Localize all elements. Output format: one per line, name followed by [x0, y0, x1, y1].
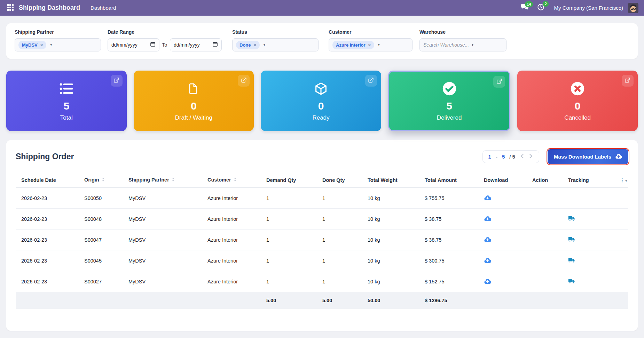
calendar-icon[interactable] [212, 41, 218, 48]
done-qty-cell: 1 [317, 271, 362, 292]
remove-tag-icon[interactable]: × [368, 43, 371, 47]
table-row[interactable]: 2026-02-23 S00045 MyDSV Azure Interior 1… [16, 250, 628, 271]
remove-tag-icon[interactable]: × [40, 43, 43, 47]
total-amount: $ 1286.75 [419, 292, 478, 309]
sort-icon [102, 177, 105, 183]
column-header-origin[interactable]: Origin [79, 172, 123, 188]
external-link-icon [113, 77, 119, 84]
tag-label: Azure Interior [336, 42, 366, 48]
grid-icon [7, 4, 14, 12]
customer-cell: Azure Interior [202, 250, 261, 271]
table-header-row: Schedule DateOriginShipping PartnerCusto… [16, 172, 628, 188]
open-records-button[interactable] [622, 75, 634, 87]
remove-tag-icon[interactable]: × [254, 43, 257, 47]
total-weight-cell: 10 kg [362, 271, 419, 292]
stat-card-ready[interactable]: 0 Ready [261, 71, 381, 131]
total-weight: 50.00 [362, 292, 419, 309]
sort-icon [172, 177, 175, 183]
check-circle-icon [442, 81, 457, 97]
card-label: Total [60, 114, 73, 121]
shipping-partner-cell: MyDSV [123, 230, 202, 250]
table-row[interactable]: 2026-02-23 S00048 MyDSV Azure Interior 1… [16, 209, 628, 230]
column-header-shipping-partner[interactable]: Shipping Partner [123, 172, 202, 188]
section-title: Shipping Order [16, 152, 74, 161]
download-label-icon[interactable] [484, 236, 491, 242]
messages-button[interactable]: 14 [521, 4, 529, 12]
shipping-orders-table: Schedule DateOriginShipping PartnerCusto… [16, 172, 628, 309]
cloud-download-icon [615, 153, 622, 160]
card-label: Delivered [437, 114, 462, 121]
file-icon [188, 81, 199, 97]
warehouse-search-input[interactable]: Search Warehouse... ▾ [419, 38, 506, 51]
calendar-icon[interactable] [150, 41, 156, 48]
schedule-date-cell: 2026-02-23 [16, 209, 79, 230]
card-label: Ready [312, 114, 329, 121]
total-amount-cell: $ 38.75 [419, 230, 478, 250]
pager-dash: - [496, 154, 497, 160]
tag-label: MyDSV [22, 42, 38, 48]
activities-badge: 2 [543, 1, 548, 7]
pager-total: / 5 [509, 154, 515, 160]
selected-tag: MyDSV × [18, 41, 46, 49]
user-avatar[interactable] [628, 3, 638, 13]
done-qty-cell: 1 [317, 250, 362, 271]
pagination: 1 - 5 / 5 [482, 150, 539, 163]
column-header-customer[interactable]: Customer [202, 172, 261, 188]
company-switcher[interactable]: My Company (San Francisco) [554, 5, 623, 11]
pager-next-button[interactable] [529, 154, 533, 160]
action-cell [527, 271, 563, 292]
filter-label: Status [232, 29, 319, 35]
tracking-icon[interactable] [568, 257, 575, 263]
column-options-button[interactable]: ⋮▾ [613, 172, 628, 188]
open-records-button[interactable] [493, 76, 505, 88]
customer-select[interactable]: Azure Interior × ▾ [329, 38, 413, 51]
shipping-partner-cell: MyDSV [123, 209, 202, 230]
table-row[interactable]: 2026-02-23 S00050 MyDSV Azure Interior 1… [16, 188, 628, 209]
tracking-icon[interactable] [568, 278, 575, 284]
apps-menu-button[interactable] [6, 3, 15, 13]
tracking-icon[interactable] [568, 215, 575, 222]
download-label-icon[interactable] [484, 216, 491, 222]
tracking-icon[interactable] [568, 236, 575, 242]
app-title[interactable]: Shipping Dashboard [19, 4, 80, 11]
total-done-qty: 5.00 [317, 292, 362, 309]
menu-item-dashboard[interactable]: Dashboard [91, 5, 116, 11]
external-link-icon [496, 78, 502, 85]
stat-card-draft-waiting[interactable]: 0 Draft / Waiting [134, 71, 254, 131]
pager-end: 5 [502, 154, 505, 160]
download-label-icon[interactable] [484, 257, 491, 263]
total-weight-cell: 10 kg [362, 230, 419, 250]
table-row[interactable]: 2026-02-23 S00047 MyDSV Azure Interior 1… [16, 230, 628, 250]
open-records-button[interactable] [365, 75, 377, 87]
external-link-icon [368, 77, 374, 84]
shipping-partner-cell: MyDSV [123, 271, 202, 292]
external-link-icon [241, 77, 247, 84]
customer-cell: Azure Interior [202, 230, 261, 250]
stat-card-cancelled[interactable]: 0 Cancelled [517, 71, 638, 131]
kebab-icon: ⋮ [620, 177, 625, 183]
open-records-button[interactable] [238, 75, 250, 87]
open-records-button[interactable] [111, 75, 123, 87]
total-weight-cell: 10 kg [362, 209, 419, 230]
activities-button[interactable]: 2 [537, 3, 544, 12]
stat-card-delivered[interactable]: 5 Delivered [388, 71, 511, 131]
stat-card-total[interactable]: 5 Total [6, 71, 127, 131]
mass-download-labels-button[interactable]: Mass Download Labels [548, 149, 628, 164]
date-to-input[interactable]: dd/mm/yyyy [170, 38, 222, 51]
total-amount-cell: $ 300.75 [419, 250, 478, 271]
demand-qty-cell: 1 [261, 209, 317, 230]
column-header-download: Download [478, 172, 527, 188]
total-weight-cell: 10 kg [362, 250, 419, 271]
table-row[interactable]: 2026-02-23 S00027 MyDSV Azure Interior 1… [16, 271, 628, 292]
filter-customer: Customer Azure Interior × ▾ [329, 29, 413, 51]
total-demand-qty: 5.00 [261, 292, 317, 309]
chevron-down-icon: ▾ [625, 179, 627, 183]
download-label-icon[interactable] [484, 195, 491, 201]
done-qty-cell: 1 [317, 209, 362, 230]
status-select[interactable]: Done × ▾ [232, 38, 319, 51]
shipping-partner-select[interactable]: MyDSV × ▾ [15, 38, 101, 51]
pager-prev-button[interactable] [520, 154, 524, 160]
date-from-input[interactable]: dd/mm/yyyy [108, 38, 159, 51]
selected-tag: Azure Interior × [332, 41, 374, 49]
download-label-icon[interactable] [484, 278, 491, 284]
